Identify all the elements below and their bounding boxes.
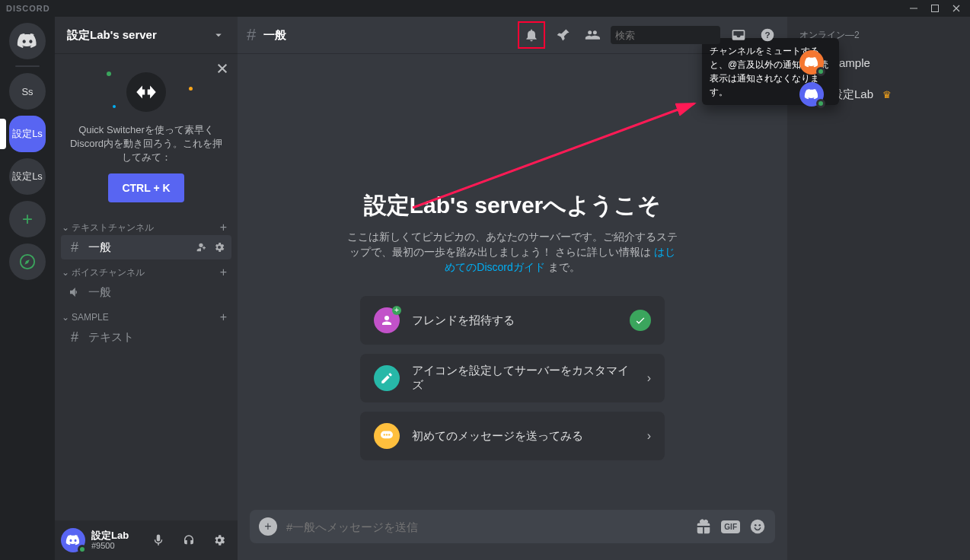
emoji-button[interactable] xyxy=(749,518,766,535)
welcome-text: ここは新しくてピカピカの、あなたのサーバーです。ご紹介するステップで、最初の一歩… xyxy=(345,229,680,275)
add-server-button[interactable]: + xyxy=(9,201,46,237)
server-header[interactable]: 設定Lab's server xyxy=(55,17,238,53)
channel-name: 一般 xyxy=(263,28,286,43)
chevron-right-icon: › xyxy=(647,429,651,443)
svg-rect-1 xyxy=(932,5,939,12)
pinned-messages-button[interactable] xyxy=(553,24,574,46)
window-maximize-button[interactable] xyxy=(924,0,946,17)
server-ss[interactable]: Ss xyxy=(9,73,46,110)
server-name: 設定Lab's server xyxy=(67,28,157,43)
svg-point-10 xyxy=(751,520,764,533)
user-tag: #9500 xyxy=(91,541,140,550)
svg-point-11 xyxy=(755,524,757,527)
onboarding-cards: + フレンドを招待する アイコンを設定してサーバーをカスタマイズ › xyxy=(360,296,665,460)
card-first-message[interactable]: 初めてのメッセージを送ってみる › xyxy=(360,412,665,460)
window-minimize-button[interactable] xyxy=(903,0,924,17)
search-input[interactable] xyxy=(615,30,743,41)
svg-text:?: ? xyxy=(764,30,770,40)
help-button[interactable]: ? xyxy=(757,24,778,46)
hash-icon: # xyxy=(67,329,82,345)
member-list-button[interactable] xyxy=(582,24,603,46)
server-current[interactable]: 設定Ls xyxy=(9,116,46,152)
svg-rect-0 xyxy=(910,8,917,9)
speaker-icon xyxy=(67,285,82,299)
channel-header: # 一般 ? xyxy=(238,17,787,53)
user-name: 設定Lab xyxy=(91,530,140,541)
hash-icon: # xyxy=(247,25,256,45)
composer: + GIF xyxy=(238,510,787,560)
welcome-title: 設定Lab's serverへようこそ xyxy=(345,190,680,221)
user-avatar[interactable] xyxy=(61,528,85,552)
svg-point-7 xyxy=(384,434,385,435)
svg-point-12 xyxy=(758,524,761,527)
window-close-button[interactable] xyxy=(946,0,967,17)
attach-button[interactable]: + xyxy=(259,517,277,536)
channel-general-text[interactable]: # 一般 xyxy=(61,235,231,259)
notifications-button[interactable] xyxy=(521,24,542,46)
app-brand: DISCORD xyxy=(6,4,50,13)
gif-button[interactable]: GIF xyxy=(721,520,740,533)
titlebar: DISCORD xyxy=(0,0,970,17)
gift-button[interactable] xyxy=(695,518,712,535)
channel-text[interactable]: # テキスト xyxy=(61,325,231,349)
explore-servers-button[interactable] xyxy=(9,243,46,280)
user-settings-button[interactable] xyxy=(207,528,231,552)
quick-switcher-text: Quick Switcherを使って素早くDiscord内を動き回ろう。これを押… xyxy=(67,123,225,164)
guild-separator xyxy=(15,65,40,67)
add-channel-icon[interactable]: + xyxy=(215,221,231,234)
mute-button[interactable] xyxy=(146,528,171,552)
channel-sidebar: 設定Lab's server Quick Switcherを使って素早くDisc… xyxy=(55,17,238,560)
invite-icon[interactable] xyxy=(195,241,207,253)
category-voice-channels[interactable]: ⌄ボイスチャンネル + xyxy=(55,259,238,279)
chevron-down-icon xyxy=(212,28,225,42)
inbox-button[interactable] xyxy=(728,24,749,46)
category-sample[interactable]: ⌄SAMPLE + xyxy=(55,304,238,324)
check-icon xyxy=(630,310,651,331)
hash-icon: # xyxy=(67,240,82,256)
svg-point-8 xyxy=(386,434,388,435)
channel-content: 設定Lab's serverへようこそ ここは新しくてピカピカの、あなたのサーバ… xyxy=(238,53,787,510)
quick-switcher-shortcut[interactable]: CTRL + K xyxy=(108,173,183,202)
gear-icon[interactable] xyxy=(213,241,225,253)
message-input[interactable] xyxy=(286,520,686,533)
server-list: Ss 設定Ls 設定Ls + xyxy=(0,17,55,560)
quick-switcher-art xyxy=(67,65,225,119)
add-sample-channel-icon[interactable]: + xyxy=(215,310,231,324)
card-invite-friends[interactable]: + フレンドを招待する xyxy=(360,296,665,345)
user-panel: 設定Lab #9500 xyxy=(55,520,238,560)
category-text-channels[interactable]: ⌄テキストチャンネル + xyxy=(55,215,238,234)
deafen-button[interactable] xyxy=(177,528,201,552)
crown-icon: ♛ xyxy=(882,89,892,100)
add-voice-channel-icon[interactable]: + xyxy=(215,266,231,279)
search-box[interactable] xyxy=(611,26,720,44)
svg-point-9 xyxy=(388,434,390,435)
channel-general-voice[interactable]: 一般 xyxy=(61,280,231,304)
main-area: # 一般 ? チャンネルをミュートすると、@言及以外の通知と未読表示は通知されな… xyxy=(238,17,787,560)
welcome-block: 設定Lab's serverへようこそ ここは新しくてピカピカの、あなたのサーバ… xyxy=(345,84,680,275)
server-settei2[interactable]: 設定Ls xyxy=(9,158,46,195)
card-customize-icon[interactable]: アイコンを設定してサーバーをカスタマイズ › xyxy=(360,354,665,402)
member-list: オンライン—2 Sample 設定Lab ♛ xyxy=(787,17,970,560)
quick-switcher-card: Quick Switcherを使って素早くDiscord内を動き回ろう。これを押… xyxy=(55,53,238,215)
home-button[interactable] xyxy=(9,23,46,59)
chevron-right-icon: › xyxy=(647,371,651,385)
